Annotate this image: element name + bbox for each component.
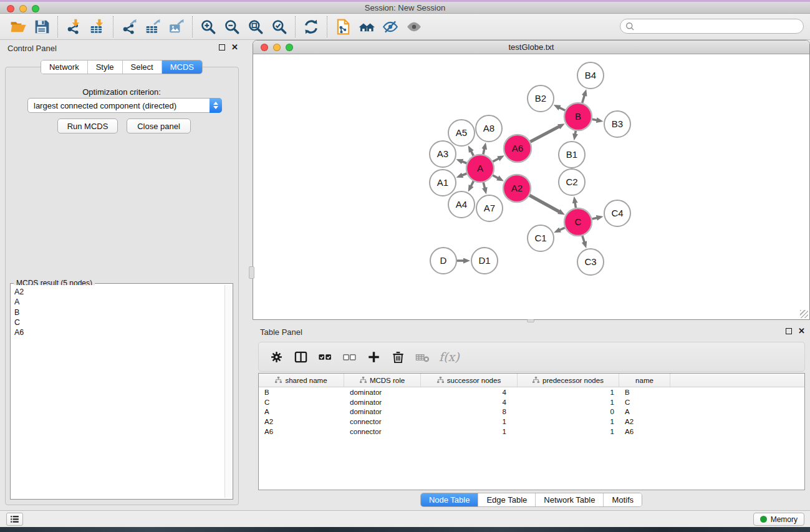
edge-B-B3[interactable] (592, 119, 597, 120)
edge-A-A5[interactable] (471, 151, 473, 155)
edge-A2-C[interactable] (529, 195, 559, 212)
edge-A-A8[interactable] (483, 148, 485, 154)
table-row[interactable]: A2connector11A2 (259, 417, 804, 427)
edge-A-A4[interactable] (471, 181, 473, 186)
column-header-predecessor-nodes[interactable]: predecessor nodes (518, 374, 619, 387)
float-table-panel-icon[interactable] (786, 328, 792, 334)
cell-successor-nodes[interactable]: 4 (421, 399, 518, 406)
zoom-out-icon[interactable] (220, 16, 244, 37)
task-history-button[interactable] (6, 513, 23, 526)
edge-A-A2[interactable] (493, 175, 498, 178)
tab-mcds[interactable]: MCDS (162, 60, 202, 74)
export-table-icon[interactable] (141, 16, 165, 37)
cell-successor-nodes[interactable]: 4 (421, 389, 518, 396)
cell-name[interactable]: A6 (619, 428, 670, 435)
edge-B-B4[interactable] (582, 95, 585, 103)
cell-name[interactable]: B (619, 389, 670, 396)
cell-predecessor-nodes[interactable]: 1 (518, 418, 619, 425)
edge-B-B1[interactable] (575, 131, 576, 135)
float-panel-icon[interactable] (219, 44, 225, 51)
tab-select[interactable]: Select (122, 60, 162, 74)
cell-shared-name[interactable]: A6 (259, 428, 344, 435)
edge-B-B2[interactable] (559, 107, 566, 110)
network-canvas[interactable]: B4B2BB3A8A5A6A3B1AC2A1A2A4A7C4CC1DD1C3 (253, 54, 809, 319)
column-header-name[interactable]: name (619, 374, 670, 387)
import-table-icon[interactable] (85, 16, 109, 37)
zoom-in-icon[interactable] (196, 16, 220, 37)
edge-C-C4[interactable] (592, 218, 597, 219)
save-icon[interactable] (30, 16, 54, 37)
cell-name[interactable]: A (619, 408, 670, 415)
plus-icon[interactable] (362, 345, 385, 369)
memory-button[interactable]: Memory (753, 513, 804, 526)
show-network-icon[interactable] (402, 16, 426, 37)
tab-style[interactable]: Style (87, 60, 122, 74)
cell-successor-nodes[interactable]: 8 (421, 408, 518, 415)
mcds-result-list[interactable]: A2ABCA6 (12, 285, 224, 498)
cell-successor-nodes[interactable]: 1 (421, 428, 518, 435)
export-image-icon[interactable] (165, 16, 188, 37)
table-row[interactable]: Cdominator41C (259, 397, 804, 407)
hide-network-icon[interactable] (378, 16, 402, 37)
edge-C-C1[interactable] (559, 228, 565, 230)
checkboxes-unchecked-icon[interactable] (338, 345, 361, 369)
column-header-shared-name[interactable]: shared name (259, 374, 344, 387)
table-row[interactable]: Adominator80A (259, 407, 804, 417)
result-item[interactable]: A2 (14, 287, 224, 297)
open-folder-icon[interactable] (6, 16, 30, 37)
search-box[interactable] (620, 19, 804, 34)
gear-icon[interactable] (265, 345, 288, 369)
columns-icon[interactable] (289, 345, 312, 369)
cell-MCDS-role[interactable]: connector (344, 428, 421, 435)
cell-MCDS-role[interactable]: dominator (344, 399, 421, 406)
export-network-icon[interactable] (117, 16, 141, 37)
edge-A-A1[interactable] (462, 173, 467, 175)
close-panel-button[interactable]: Close panel (127, 118, 191, 133)
cell-predecessor-nodes[interactable]: 1 (518, 389, 619, 396)
result-item[interactable]: A (14, 297, 224, 307)
cell-name[interactable]: C (619, 399, 670, 406)
search-input[interactable] (638, 21, 803, 32)
cell-shared-name[interactable]: A2 (259, 418, 344, 425)
tab-node-table[interactable]: Node Table (421, 493, 478, 506)
edge-A-A3[interactable] (462, 162, 467, 163)
cell-successor-nodes[interactable]: 1 (421, 418, 518, 425)
cell-predecessor-nodes[interactable]: 0 (518, 408, 619, 415)
cell-MCDS-role[interactable]: dominator (344, 389, 421, 396)
cell-MCDS-role[interactable]: dominator (344, 408, 421, 415)
close-table-panel-icon[interactable]: ✕ (798, 328, 805, 334)
column-header-MCDS-role[interactable]: MCDS role (344, 374, 421, 387)
edge-C-C2[interactable] (575, 203, 576, 208)
cell-shared-name[interactable]: B (259, 389, 344, 396)
cell-shared-name[interactable]: C (259, 399, 344, 406)
network-document-icon[interactable] (331, 16, 355, 37)
resize-grip[interactable] (800, 310, 808, 318)
cell-MCDS-role[interactable]: connector (344, 418, 421, 425)
home-icon[interactable] (355, 16, 378, 37)
column-header-successor-nodes[interactable]: successor nodes (421, 374, 518, 387)
tab-edge-table[interactable]: Edge Table (478, 493, 535, 506)
cell-predecessor-nodes[interactable]: 1 (518, 399, 619, 406)
import-network-icon[interactable] (62, 16, 85, 37)
edge-A-A7[interactable] (483, 182, 485, 188)
splitter-handle[interactable] (249, 266, 254, 279)
table-row[interactable]: Bdominator41B (259, 387, 804, 397)
network-window-titlebar[interactable]: testGlobe.txt (253, 41, 809, 54)
zoom-selected-icon[interactable] (268, 16, 291, 37)
result-item[interactable]: A6 (14, 327, 224, 337)
tab-motifs[interactable]: Motifs (603, 493, 642, 506)
result-item[interactable]: C (14, 317, 224, 327)
close-panel-icon[interactable]: ✕ (231, 44, 238, 51)
edge-A-A6[interactable] (493, 158, 499, 162)
refresh-icon[interactable] (299, 16, 323, 37)
cell-shared-name[interactable]: A (259, 408, 344, 415)
splitter-handle[interactable] (527, 319, 534, 322)
result-scrollbar[interactable] (224, 285, 232, 498)
zoom-fit-icon[interactable] (244, 16, 268, 37)
run-mcds-button[interactable]: Run MCDS (57, 118, 118, 133)
criterion-dropdown[interactable]: largest connected component (directed) (27, 98, 222, 113)
checkboxes-checked-icon[interactable] (314, 345, 337, 369)
tab-network-table[interactable]: Network Table (535, 493, 603, 506)
cell-name[interactable]: A2 (619, 418, 670, 425)
result-item[interactable]: B (14, 307, 224, 317)
